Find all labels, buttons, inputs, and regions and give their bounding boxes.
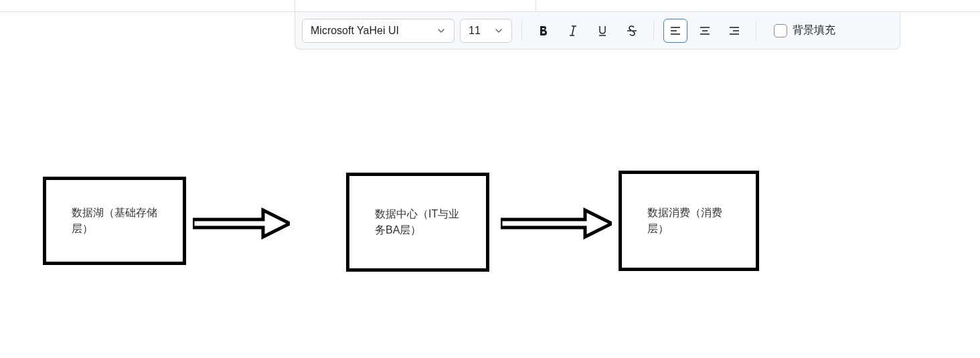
strikethrough-icon xyxy=(625,24,639,37)
underline-button[interactable] xyxy=(590,19,615,43)
chevron-down-icon xyxy=(494,26,503,35)
diagram-box-data-center[interactable]: 数据中心（IT与业务BA层） xyxy=(346,173,489,272)
align-left-button[interactable] xyxy=(663,19,687,43)
diagram-canvas: 数据湖（基础存储层） 数据中心（IT与业务BA层） 数据消费（消费层） xyxy=(0,0,980,358)
chevron-down-icon xyxy=(436,26,446,35)
diagram-arrow[interactable] xyxy=(501,207,612,240)
diagram-box-text: 数据湖（基础存储层） xyxy=(72,205,157,237)
diagram-box-data-lake[interactable]: 数据湖（基础存储层） xyxy=(43,177,186,265)
toolbar-divider xyxy=(521,21,522,41)
align-left-icon xyxy=(669,24,682,37)
align-right-button[interactable] xyxy=(722,19,746,43)
diagram-box-text: 数据中心（IT与业务BA层） xyxy=(375,206,461,238)
background-fill-label: 背景填充 xyxy=(793,23,835,37)
diagram-arrow[interactable] xyxy=(193,207,290,240)
toolbar-divider xyxy=(653,21,654,41)
formatting-toolbar: Microsoft YaHei UI 11 xyxy=(295,12,900,50)
diagram-box-data-consumption[interactable]: 数据消费（消费层） xyxy=(619,171,759,271)
underline-icon xyxy=(596,24,609,37)
svg-line-2 xyxy=(572,26,574,35)
strikethrough-button[interactable] xyxy=(620,19,644,43)
font-family-select[interactable]: Microsoft YaHei UI xyxy=(302,19,455,43)
diagram-box-text: 数据消费（消费层） xyxy=(647,205,730,237)
background-fill-option: 背景填充 xyxy=(774,23,835,37)
font-family-value: Microsoft YaHei UI xyxy=(311,25,399,37)
bold-button[interactable] xyxy=(532,19,556,43)
toolbar-divider xyxy=(756,21,756,41)
top-header-border xyxy=(0,0,980,12)
align-right-icon xyxy=(728,24,741,37)
align-center-button[interactable] xyxy=(693,19,717,43)
font-size-value: 11 xyxy=(469,25,481,37)
font-size-select[interactable]: 11 xyxy=(460,19,512,43)
align-center-icon xyxy=(698,24,712,37)
italic-icon xyxy=(566,24,580,37)
bold-icon xyxy=(537,24,550,37)
background-fill-checkbox[interactable] xyxy=(774,24,787,37)
italic-button[interactable] xyxy=(561,19,585,43)
